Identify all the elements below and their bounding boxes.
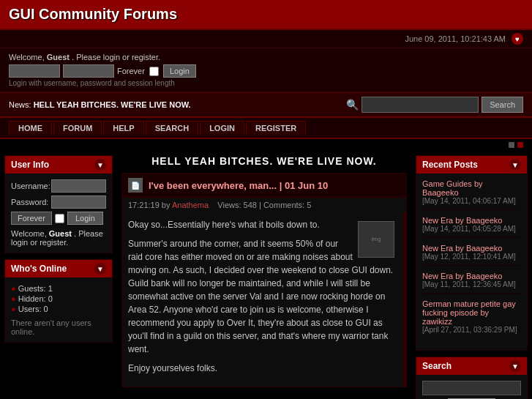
dot-red xyxy=(517,142,523,148)
whos-online-header: Who's Online ▼ xyxy=(5,260,112,277)
content-title: HELL YEAH BITCHES. WE'RE LIVE NOW. xyxy=(121,155,407,167)
password-input-top[interactable] xyxy=(63,64,114,78)
recent-post-date-1: [May 14, 2011, 04:05:28 AM] xyxy=(422,225,521,233)
list-item: Game Guides by Baageeko [May 14, 2011, 0… xyxy=(422,179,521,210)
nav-bar: HOME FORUM HELP SEARCH LOGIN REGISTER xyxy=(0,118,532,139)
no-users-msg: There aren't any users online. xyxy=(11,318,106,336)
recent-post-title-1[interactable]: New Era by Baageeko xyxy=(422,216,521,225)
username-input-top[interactable] xyxy=(9,64,60,78)
username-label: Username: xyxy=(11,182,50,190)
list-item: New Era by Baageeko [May 12, 2011, 12:10… xyxy=(422,244,521,266)
nav-register[interactable]: REGISTER xyxy=(246,121,306,135)
forever-row: Forever Login xyxy=(11,212,106,225)
news-text: News: HELL YEAH BITCHES. WE'RE LIVE NOW. xyxy=(9,100,346,109)
recent-post-title-2[interactable]: New Era by Baageeko xyxy=(422,244,521,253)
nav-login[interactable]: LOGIN xyxy=(200,121,244,135)
right-search-input[interactable] xyxy=(422,381,521,395)
heart-icon[interactable]: ♥ xyxy=(512,33,523,45)
post-paragraph-3: Enjoy yourselves folks. xyxy=(128,362,397,375)
search-chevron[interactable]: ▼ xyxy=(509,360,521,372)
list-item: New Era by Baageeko [May 14, 2011, 04:05… xyxy=(422,216,521,238)
user-info-box: User Info ▼ Username: Password: Forever … xyxy=(4,155,113,253)
username-row: Username: xyxy=(11,179,106,193)
hidden-count: Hidden: 0 xyxy=(11,294,106,304)
dot-gray xyxy=(509,142,514,148)
recent-post-date-4: [April 27, 2011, 03:36:29 PM] xyxy=(422,326,521,334)
indicator-row xyxy=(0,139,532,151)
news-right: 🔍 Search xyxy=(346,97,523,113)
password-label: Password: xyxy=(11,198,48,206)
user-info-content: Username: Password: Forever Login Welcom… xyxy=(5,174,112,253)
recent-post-title-0[interactable]: Game Guides by Baageeko xyxy=(422,179,521,197)
news-bar: News: HELL YEAH BITCHES. WE'RE LIVE NOW.… xyxy=(0,92,532,118)
news-search-button[interactable]: Search xyxy=(482,97,523,113)
recent-posts-chevron[interactable]: ▼ xyxy=(509,159,521,171)
post-content[interactable]: img Okay so...Essentially here's what it… xyxy=(122,212,406,387)
post-title[interactable]: I've been everywhere, man... | 01 Jun 10 xyxy=(149,180,328,191)
main-layout: User Info ▼ Username: Password: Forever … xyxy=(0,151,532,399)
user-info-header: User Info ▼ xyxy=(5,156,112,174)
nav-help[interactable]: HELP xyxy=(103,121,143,135)
password-input[interactable] xyxy=(51,195,106,209)
user-info-chevron[interactable]: ▼ xyxy=(94,159,106,171)
post-meta: 17:21:19 by Anathema Views: 548 | Commen… xyxy=(128,201,400,209)
search-content: Search xyxy=(416,375,527,399)
recent-posts-content: Game Guides by Baageeko [May 14, 2011, 0… xyxy=(416,174,527,350)
nav-search[interactable]: SEARCH xyxy=(146,121,198,135)
post-box: 📄 I've been everywhere, man... | 01 Jun … xyxy=(121,173,407,387)
datetime: June 09, 2011, 10:21:43 AM xyxy=(405,34,506,43)
whos-online-box: Who's Online ▼ Guests: 1 Hidden: 0 Users… xyxy=(4,259,113,343)
site-header: GUI Community Forums xyxy=(0,0,532,30)
recent-post-title-4[interactable]: German mature petite gay fucking episode… xyxy=(422,299,521,326)
guests-count: Guests: 1 xyxy=(11,283,106,294)
welcome-message: Welcome, Guest . Please login or registe… xyxy=(9,53,523,61)
post-header: 📄 I've been everywhere, man... | 01 Jun … xyxy=(122,174,406,198)
recent-posts-list: Game Guides by Baageeko [May 14, 2011, 0… xyxy=(422,179,521,338)
top-bar: June 09, 2011, 10:21:43 AM ♥ xyxy=(0,30,532,48)
post-paragraph-2: Summer's around the corner, and it seems… xyxy=(128,237,397,356)
news-search-icon: 🔍 xyxy=(346,99,359,111)
news-search-input[interactable] xyxy=(361,97,479,113)
recent-posts-header: Recent Posts ▼ xyxy=(416,156,527,174)
sidebar-welcome: Welcome, Guest . Please login or registe… xyxy=(11,229,106,247)
recent-post-date-3: [May 11, 2011, 12:36:45 AM] xyxy=(422,280,521,288)
users-count: Users: 0 xyxy=(11,304,106,314)
username-input[interactable] xyxy=(51,179,106,193)
forever-checkbox-top[interactable] xyxy=(149,67,159,76)
recent-post-date-0: [May 14, 2011, 04:06:17 AM] xyxy=(422,197,521,205)
recent-posts-box: Recent Posts ▼ Game Guides by Baageeko [… xyxy=(416,155,528,351)
nav-home[interactable]: HOME xyxy=(9,121,52,135)
left-sidebar: User Info ▼ Username: Password: Forever … xyxy=(0,151,117,399)
post-author[interactable]: Anathema xyxy=(172,201,209,209)
online-list: Guests: 1 Hidden: 0 Users: 0 xyxy=(11,283,106,314)
post-views-comments: Views: 548 | Comments: 5 xyxy=(217,201,311,209)
recent-post-title-3[interactable]: New Era by Baageeko xyxy=(422,272,521,280)
site-title: GUI Community Forums xyxy=(9,6,523,23)
password-row: Password: xyxy=(11,195,106,209)
login-row: Forever Login xyxy=(9,64,523,78)
login-button-top[interactable]: Login xyxy=(163,64,196,78)
list-item: New Era by Baageeko [May 11, 2011, 12:36… xyxy=(422,272,521,294)
login-hint: Login with username, password and sessio… xyxy=(9,79,523,87)
whos-online-content: Guests: 1 Hidden: 0 Users: 0 There aren'… xyxy=(5,277,112,342)
forever-checkbox[interactable] xyxy=(55,214,64,223)
forever-button[interactable]: Forever xyxy=(11,212,52,225)
content-area: HELL YEAH BITCHES. WE'RE LIVE NOW. 📄 I'v… xyxy=(117,151,411,399)
right-sidebar: Recent Posts ▼ Game Guides by Baageeko [… xyxy=(411,151,532,399)
login-button-sidebar[interactable]: Login xyxy=(67,212,103,225)
search-box: Search ▼ Search xyxy=(416,357,528,399)
forever-label: Forever xyxy=(117,67,145,75)
nav-forum[interactable]: FORUM xyxy=(53,121,102,135)
recent-post-date-2: [May 12, 2011, 12:10:41 AM] xyxy=(422,253,521,261)
post-avatar: img xyxy=(358,221,394,258)
post-paragraph-1: Okay so...Essentially here's what it boi… xyxy=(128,218,397,231)
list-item: German mature petite gay fucking episode… xyxy=(422,299,521,338)
whos-online-chevron[interactable]: ▼ xyxy=(94,263,106,275)
post-icon: 📄 xyxy=(128,178,143,193)
search-header: Search ▼ xyxy=(416,357,527,375)
welcome-bar: Welcome, Guest . Please login or registe… xyxy=(0,48,532,92)
